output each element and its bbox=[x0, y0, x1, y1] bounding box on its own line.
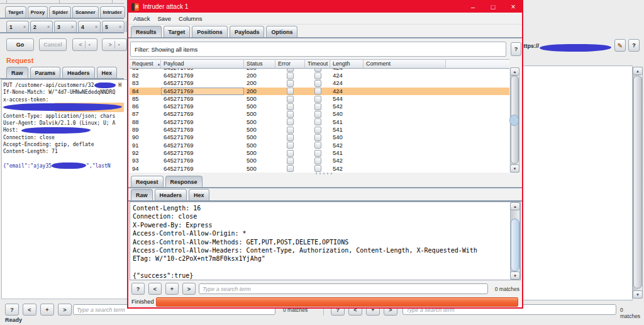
results-row-92[interactable]: 92645271769500541 bbox=[130, 149, 509, 157]
next-match-button[interactable]: > bbox=[182, 283, 196, 295]
error-checkbox[interactable] bbox=[287, 142, 294, 149]
results-row-94[interactable]: 94645271769500542 bbox=[130, 165, 509, 173]
intruder-tab-positions[interactable]: Positions bbox=[192, 26, 228, 37]
request-tab-raw[interactable]: Raw bbox=[6, 67, 28, 78]
scrollbar-thumb[interactable] bbox=[633, 76, 642, 288]
scroll-down-icon[interactable]: ▼ bbox=[510, 164, 519, 173]
results-table[interactable]: 8164527176920042482645271769200424836452… bbox=[130, 69, 509, 173]
timeout-checkbox[interactable] bbox=[314, 80, 321, 87]
main-tab-spider[interactable]: Spider bbox=[49, 6, 71, 18]
error-checkbox[interactable] bbox=[287, 165, 294, 172]
scroll-down-icon[interactable]: ▼ bbox=[510, 271, 520, 280]
prev-match-button[interactable]: < bbox=[148, 283, 162, 295]
doc-tab-4[interactable]: 4× bbox=[78, 21, 101, 32]
timeout-checkbox[interactable] bbox=[314, 165, 321, 172]
response-panel[interactable] bbox=[518, 66, 633, 300]
main-vertical-scrollbar[interactable]: ▲ ▼ bbox=[633, 67, 643, 299]
timeout-checkbox[interactable] bbox=[314, 134, 321, 141]
scroll-up-icon[interactable]: ▲ bbox=[510, 202, 520, 210]
menu-columns[interactable]: Columns bbox=[179, 15, 203, 22]
timeout-checkbox[interactable] bbox=[314, 127, 321, 134]
response-viewer[interactable]: Content-Length: 16Connection: closeX-Pow… bbox=[130, 202, 521, 280]
close-tab-icon[interactable]: × bbox=[23, 25, 26, 29]
cancel-button[interactable]: Cancel bbox=[39, 38, 67, 51]
column-header-status[interactable]: Status bbox=[244, 59, 275, 69]
timeout-checkbox[interactable] bbox=[314, 150, 321, 157]
intruder-tab-target[interactable]: Target bbox=[164, 26, 191, 37]
doc-tab-2[interactable]: 2× bbox=[30, 21, 53, 32]
request-tab-headers[interactable]: Headers bbox=[62, 67, 95, 78]
timeout-checkbox[interactable] bbox=[314, 157, 321, 164]
results-row-91[interactable]: 91645271769500542 bbox=[130, 142, 509, 149]
minimize-button[interactable]: – bbox=[468, 2, 478, 12]
error-checkbox[interactable] bbox=[287, 72, 294, 79]
error-checkbox[interactable] bbox=[287, 111, 294, 118]
results-row-82[interactable]: 82645271769200424 bbox=[130, 72, 509, 79]
error-checkbox[interactable] bbox=[287, 88, 294, 94]
help-button[interactable]: ? bbox=[131, 283, 145, 295]
results-row-83[interactable]: 83645271769200424 bbox=[130, 79, 509, 87]
results-row-88[interactable]: 88645271769500541 bbox=[130, 118, 509, 126]
scroll-up-icon[interactable]: ▲ bbox=[633, 67, 643, 75]
request-tab-hex[interactable]: Hex bbox=[97, 67, 118, 78]
intruder-tab-results[interactable]: Results bbox=[131, 26, 162, 37]
menu-save[interactable]: Save bbox=[157, 15, 171, 22]
results-row-85[interactable]: 85645271769500544 bbox=[130, 95, 509, 103]
viewer-tab-response[interactable]: Response bbox=[165, 176, 203, 187]
intruder-tab-options[interactable]: Options bbox=[266, 26, 297, 37]
error-checkbox[interactable] bbox=[287, 96, 294, 103]
close-tab-icon[interactable]: × bbox=[71, 25, 74, 29]
scrollbar-thumb[interactable] bbox=[511, 76, 519, 164]
error-checkbox[interactable] bbox=[287, 103, 294, 110]
error-checkbox[interactable] bbox=[287, 150, 294, 157]
go-button[interactable]: Go bbox=[6, 38, 34, 51]
scroll-up-icon[interactable]: ▲ bbox=[510, 67, 519, 76]
results-row-84[interactable]: 84645271769200424 bbox=[130, 88, 509, 95]
viewer-tab-request[interactable]: Request bbox=[131, 176, 164, 187]
scrollbar-thumb[interactable] bbox=[511, 219, 519, 271]
main-tab-proxy[interactable]: Proxy bbox=[28, 6, 48, 18]
column-header-error[interactable]: Error bbox=[275, 59, 305, 69]
error-checkbox[interactable] bbox=[287, 118, 294, 125]
doc-tab-3[interactable]: 3× bbox=[54, 21, 77, 32]
results-row-87[interactable]: 87645271769500540 bbox=[130, 110, 509, 118]
error-checkbox[interactable] bbox=[287, 80, 294, 87]
close-button[interactable]: × bbox=[508, 2, 518, 12]
next-match-button[interactable]: > bbox=[58, 304, 72, 316]
message-tab-raw[interactable]: Raw bbox=[131, 189, 153, 200]
scroll-down-icon[interactable]: ▼ bbox=[633, 290, 643, 299]
filter-help-button[interactable]: ? bbox=[511, 42, 521, 56]
message-tab-headers[interactable]: Headers bbox=[155, 189, 187, 200]
close-tab-icon[interactable]: × bbox=[47, 25, 50, 29]
results-row-89[interactable]: 89645271769500541 bbox=[130, 126, 509, 134]
timeout-checkbox[interactable] bbox=[314, 69, 321, 72]
timeout-checkbox[interactable] bbox=[314, 72, 321, 79]
timeout-checkbox[interactable] bbox=[314, 88, 321, 94]
response-scrollbar[interactable]: ▲ ▼ bbox=[510, 202, 520, 280]
add-term-button[interactable]: + bbox=[40, 304, 54, 316]
help-button[interactable]: ? bbox=[628, 39, 640, 52]
results-row-93[interactable]: 93645271769500542 bbox=[130, 157, 509, 164]
menu-attack[interactable]: Attack bbox=[133, 15, 150, 22]
doc-tab-5[interactable]: 5× bbox=[102, 21, 125, 32]
window-title-bar[interactable]: S Intruder attack 1 – □ × bbox=[128, 1, 522, 13]
intruder-tab-payloads[interactable]: Payloads bbox=[230, 26, 265, 37]
history-back-button[interactable]: < ▼ bbox=[72, 38, 97, 51]
intruder-search-input[interactable] bbox=[199, 283, 488, 294]
close-tab-icon[interactable]: × bbox=[119, 25, 121, 29]
prev-match-button[interactable]: < bbox=[23, 304, 36, 316]
request-tab-params[interactable]: Params bbox=[30, 67, 61, 78]
help-button[interactable]: ? bbox=[5, 304, 19, 316]
add-term-button[interactable]: + bbox=[165, 283, 179, 295]
column-header-length[interactable]: Length bbox=[330, 59, 364, 69]
timeout-checkbox[interactable] bbox=[314, 96, 321, 103]
error-checkbox[interactable] bbox=[287, 69, 294, 72]
results-row-90[interactable]: 90645271769500540 bbox=[130, 134, 509, 141]
main-tab-target[interactable]: Target bbox=[5, 6, 26, 18]
column-header-request[interactable]: Request▲ bbox=[130, 59, 161, 69]
scrollbar-grip[interactable] bbox=[509, 115, 519, 126]
message-tab-hex[interactable]: Hex bbox=[189, 189, 209, 200]
results-row-86[interactable]: 86645271769500542 bbox=[130, 103, 509, 110]
timeout-checkbox[interactable] bbox=[314, 118, 321, 125]
error-checkbox[interactable] bbox=[287, 157, 294, 164]
